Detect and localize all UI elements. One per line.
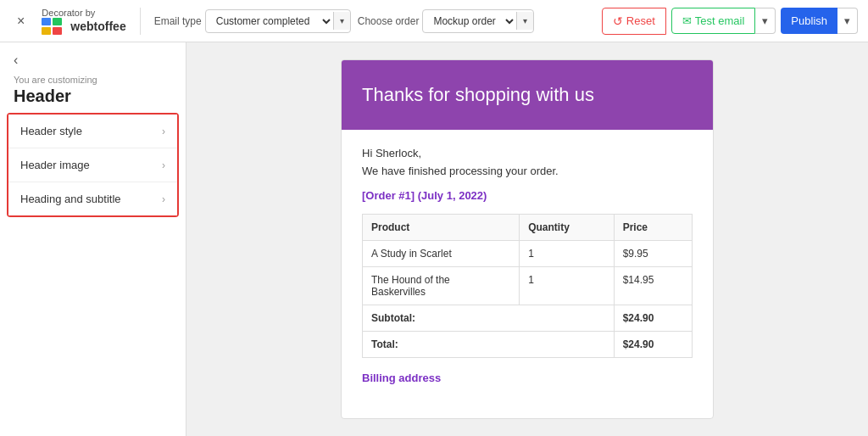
email-order-table: Product Quantity Price A Study in Scarle… (362, 214, 693, 358)
sidebar-item-header-style-label: Header style (20, 125, 82, 137)
reset-button[interactable]: ↺ Reset (602, 8, 666, 35)
email-icon: ✉ (682, 14, 692, 27)
sidebar-section-title: Header (14, 87, 172, 106)
table-header-quantity: Quantity (520, 215, 614, 241)
choose-order-label: Choose order (358, 15, 420, 27)
email-type-label: Email type (154, 15, 202, 27)
publish-button-group: Publish ▾ (781, 8, 858, 34)
subtotal-label: Subtotal: (363, 305, 615, 332)
publish-label: Publish (791, 14, 827, 27)
test-email-button[interactable]: ✉ Test email (671, 8, 756, 34)
billing-address-title: Billing address (362, 372, 693, 384)
table-row-subtotal: Subtotal: $24.90 (363, 305, 693, 332)
reset-button-group: ↺ Reset (602, 8, 666, 35)
sidebar-item-heading-subtitle-label: Heading and subtitle (20, 193, 121, 205)
table-cell-qty-2: 1 (520, 267, 614, 305)
table-cell-price-1: $9.95 (614, 241, 692, 267)
main-layout: ‹ You are customizing Header Header styl… (0, 42, 868, 436)
total-label: Total: (363, 332, 615, 358)
email-type-select[interactable]: Customer completed or... (206, 10, 333, 32)
email-header: Thanks for shopping with us (342, 60, 713, 130)
sidebar: ‹ You are customizing Header Header styl… (0, 42, 186, 436)
table-row: The Hound of theBaskervilles 1 $14.95 (363, 267, 693, 305)
choose-order-select[interactable]: Mockup order (423, 10, 516, 32)
sidebar-menu: Header style › Header image › Heading an… (7, 113, 179, 217)
table-cell-price-2: $14.95 (614, 267, 692, 305)
email-message: We have finished processing your order. (362, 165, 693, 177)
choose-order-dropdown-arrow[interactable]: ▾ (516, 12, 533, 30)
sidebar-item-header-image-arrow: › (162, 159, 165, 171)
sidebar-customizing-label: You are customizing (14, 75, 172, 85)
brand-tagline: Decorator by (42, 8, 95, 18)
sidebar-item-heading-subtitle[interactable]: Heading and subtitle › (8, 182, 177, 215)
publish-dropdown-button[interactable]: ▾ (837, 8, 858, 34)
sidebar-back-button[interactable]: ‹ (14, 53, 18, 68)
email-preview: Thanks for shopping with us Hi Sherlock,… (341, 59, 714, 419)
table-header-price: Price (614, 215, 692, 241)
email-header-title: Thanks for shopping with us (362, 84, 693, 106)
test-email-button-group: ✉ Test email ▾ (671, 8, 776, 34)
webtoffee-logo (42, 18, 65, 35)
email-greeting: Hi Sherlock, (362, 147, 693, 159)
subtotal-value: $24.90 (614, 305, 692, 332)
choose-order-group: Choose order Mockup order ▾ (358, 9, 535, 33)
test-email-dropdown-button[interactable]: ▾ (755, 8, 776, 34)
brand-name: webtoffee (70, 20, 125, 33)
sidebar-back: ‹ (14, 53, 172, 68)
table-cell-qty-1: 1 (520, 241, 614, 267)
sidebar-item-heading-subtitle-arrow: › (162, 193, 165, 205)
table-row: A Study in Scarlet 1 $9.95 (363, 241, 693, 267)
content-area: Thanks for shopping with us Hi Sherlock,… (186, 42, 868, 436)
total-value: $24.90 (614, 332, 692, 358)
reset-label: Reset (626, 14, 655, 27)
email-order-link: [Order #1] (July 1, 2022) (362, 189, 693, 202)
email-type-select-wrapper: Customer completed or... ▾ (205, 9, 351, 33)
topbar-actions: ↺ Reset ✉ Test email ▾ Publish ▾ (602, 8, 858, 35)
topbar: × Decorator by webtoffee Email type Cust… (0, 0, 868, 42)
choose-order-select-wrapper: Mockup order ▾ (422, 9, 534, 33)
sidebar-item-header-image-label: Header image (20, 159, 90, 171)
table-header-product: Product (363, 215, 520, 241)
email-type-group: Email type Customer completed or... ▾ (154, 9, 351, 33)
reset-icon: ↺ (613, 14, 623, 28)
close-button[interactable]: × (10, 10, 31, 32)
topbar-controls: Email type Customer completed or... ▾ Ch… (154, 9, 592, 33)
email-type-dropdown-arrow[interactable]: ▾ (333, 12, 350, 30)
sidebar-item-header-style[interactable]: Header style › (8, 115, 177, 148)
publish-button[interactable]: Publish (781, 8, 837, 34)
email-body: Hi Sherlock, We have finished processing… (342, 130, 713, 401)
sidebar-header: ‹ You are customizing Header (0, 42, 186, 113)
table-row-total: Total: $24.90 (363, 332, 693, 358)
sidebar-item-header-style-arrow: › (162, 126, 165, 137)
sidebar-item-header-image[interactable]: Header image › (8, 148, 177, 182)
table-cell-product-2: The Hound of theBaskervilles (363, 267, 520, 305)
test-email-label: Test email (695, 14, 745, 27)
table-cell-product-1: A Study in Scarlet (363, 241, 520, 267)
brand: Decorator by webtoffee (42, 8, 140, 35)
